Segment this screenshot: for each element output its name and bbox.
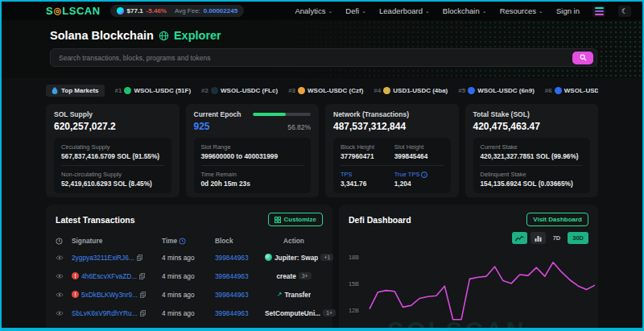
nav-leaderboard[interactable]: Leaderboard⌄ [379, 6, 430, 15]
bar-chart-toggle[interactable] [530, 232, 546, 244]
logo-text: S [46, 5, 53, 17]
noncirculating-supply-value: 52,419,610.6293 SOL (8.45%) [61, 180, 164, 188]
market-item-1[interactable]: #1WSOL-USDC (51F) [115, 87, 192, 94]
solscan-watermark: SOLSCAN [387, 317, 526, 331]
market-item-4[interactable]: #4USD1-USDC (4ba) [374, 87, 448, 94]
market-item-6[interactable]: #6WSOL-USDC (D83) [545, 87, 598, 94]
eye-icon[interactable] [56, 329, 64, 331]
nav-resources[interactable]: Resources⌄ [500, 6, 543, 15]
eye-icon[interactable] [56, 292, 64, 298]
jupiter-icon [265, 254, 272, 261]
visit-dashboard-button[interactable]: Visit Dashboard [526, 213, 588, 226]
tps-label: TPS [341, 171, 390, 178]
true-tps-value: 1,204 [394, 180, 444, 188]
tx-block-link[interactable]: 399844963 [215, 328, 249, 331]
market-item-3[interactable]: #3WSOL-USDC (Czf) [288, 87, 363, 94]
epoch-details: Slot Range 399600000 to 400031999 Time R… [194, 138, 312, 193]
network-switcher-icon[interactable] [592, 6, 605, 17]
card-title: Total Stake (SOL) [473, 110, 591, 118]
customize-button[interactable]: Customize [268, 213, 323, 226]
slot-height-label: Slot Height [394, 143, 444, 151]
eye-icon[interactable] [56, 310, 64, 317]
total-stake-value: 420,475,463.47 [473, 121, 591, 132]
flame-icon [52, 87, 58, 94]
line-chart-toggle[interactable] [512, 232, 527, 244]
defi-volume-chart[interactable]: 18B15B12B9B SOLSCAN [349, 246, 588, 331]
top-markets-badge[interactable]: Top Markets [46, 85, 105, 97]
search-button[interactable] [572, 52, 593, 64]
nav-analytics[interactable]: Analytics⌄ [295, 6, 332, 15]
copy-icon[interactable] [139, 273, 145, 279]
stats-cards-row: SOL Supply 620,257,027.2 Circulating Sup… [46, 104, 598, 197]
eye-icon[interactable] [56, 273, 64, 279]
top-navbar: S◎LSCAN $77.1 -5.46% Avg Fee: 0.00002245… [2, 2, 642, 20]
epoch-percent: 56.82% [287, 123, 311, 131]
stake-details: Current Stake 420,321,327.7851 SOL (99.9… [473, 138, 591, 193]
main-content: Latest Transactions Customize [46, 205, 598, 331]
copy-icon[interactable] [137, 254, 142, 261]
token-icon [468, 87, 475, 94]
col-block: Block [215, 237, 265, 245]
error-icon: ! [72, 272, 79, 279]
copy-icon[interactable] [140, 310, 146, 317]
defi-title: Defi Dashboard [349, 215, 411, 225]
copy-icon[interactable] [140, 292, 146, 298]
tx-signature-link[interactable]: 5xDkBLKWy3nr9... [81, 291, 138, 299]
action-count-badge: +1 [320, 254, 333, 261]
search-bar [50, 48, 597, 67]
table-row: SbLvK6sV9RdhYRu... 4 mins ago 399844963 … [56, 304, 323, 322]
page-subtitle: Explorer [174, 29, 221, 42]
tx-time: 4 mins ago [162, 254, 215, 262]
logo-text-rest: LSCAN [62, 5, 100, 17]
sol-supply-value: 620,257,027.2 [54, 121, 171, 132]
clock-icon [56, 238, 63, 245]
epoch-progress-bar [253, 113, 311, 116]
action-count-badge: 1+ [323, 309, 336, 317]
epoch-number[interactable]: 925 [194, 121, 210, 132]
top-markets-ticker: Top Markets #1WSOL-USDC (51F) #2WSOL-USD… [46, 83, 598, 97]
col-time: Time [162, 237, 215, 245]
table-row: 3x4zJALeKHMmDjt... 4 mins ago 399844963 … [56, 322, 323, 331]
sol-price-change: -5.46% [147, 7, 167, 14]
tx-signature-link[interactable]: 3x4zJALeKHMmDjt... [72, 328, 135, 331]
tx-action: create [276, 272, 295, 280]
total-stake-card: Total Stake (SOL) 420,475,463.47 Current… [465, 104, 599, 197]
solscan-homepage: S◎LSCAN $77.1 -5.46% Avg Fee: 0.00002245… [0, 0, 644, 331]
market-item-5[interactable]: #5WSOL-USDC (6n9) [458, 87, 535, 94]
solscan-logo[interactable]: S◎LSCAN [46, 5, 101, 17]
tx-time: 4 mins ago [162, 328, 215, 331]
tx-time: 4 mins ago [162, 272, 215, 280]
copy-icon[interactable] [138, 329, 143, 331]
info-icon[interactable]: i [421, 172, 427, 178]
current-stake-label: Current Stake [481, 143, 584, 151]
defi-dashboard-panel: Defi Dashboard Visit Dashboard 7D 30D 18… [339, 205, 598, 331]
tx-signature-link[interactable]: 4h6EscvXFvaZD... [81, 272, 137, 280]
tx-block-link[interactable]: 399844963 [215, 291, 249, 299]
total-transactions-value: 487,537,312,844 [333, 121, 451, 132]
tx-block-link[interactable]: 399844963 [215, 254, 249, 262]
slot-range-label: Slot Range [201, 143, 304, 151]
market-item-2[interactable]: #2WSOL-USDC (FLc) [201, 87, 278, 94]
circulating-supply-label: Circulating Supply [61, 143, 164, 151]
tx-signature-link[interactable]: SbLvK6sV9RdhYRu... [72, 309, 138, 317]
range-30d-button[interactable]: 30D [568, 232, 588, 244]
nav-blockchain[interactable]: Blockchain⌄ [443, 6, 487, 15]
sign-in-button[interactable]: Sign in [556, 6, 580, 15]
sol-price-pill[interactable]: $77.1 -5.46% Avg Fee: 0.00002245 [110, 5, 245, 17]
search-icon [580, 54, 587, 61]
eye-icon[interactable] [56, 254, 64, 261]
chevron-down-icon: ⌄ [425, 10, 430, 13]
true-tps-label: True TPSi [394, 171, 444, 178]
block-height-label: Block Height [341, 143, 390, 151]
tx-block-link[interactable]: 399844963 [215, 272, 249, 280]
tx-action: Jupiter: Swap [275, 254, 318, 262]
search-input[interactable] [59, 54, 572, 62]
nav-defi[interactable]: Defi⌄ [345, 6, 366, 15]
time-info-icon[interactable] [179, 238, 186, 245]
range-7d-button[interactable]: 7D [549, 232, 565, 244]
chevron-down-icon: ⌄ [482, 10, 487, 13]
tx-block-link[interactable]: 399844963 [215, 309, 249, 317]
tx-time: 4 mins ago [162, 291, 215, 299]
theme-toggle-moon-icon[interactable]: ☾ [618, 6, 631, 17]
tx-signature-link[interactable]: 2ygpya3211ExiRJ6... [72, 254, 134, 262]
